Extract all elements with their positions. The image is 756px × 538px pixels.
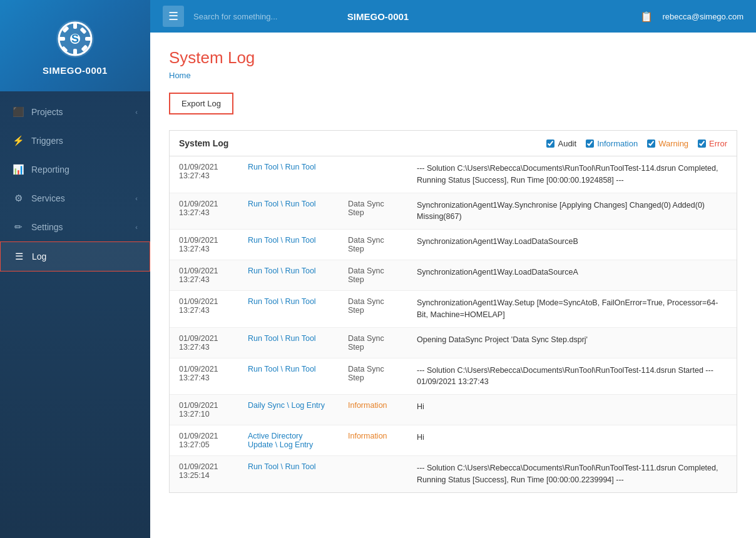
sidebar: S SIMEGO-0001 ⬛ Projects ‹ ⚡ Triggers 📊 …: [0, 0, 150, 538]
log-date: 01/09/202113:27:43: [170, 193, 238, 230]
system-log-panel: System Log Audit Information Warning Err…: [169, 130, 737, 493]
filter-error: Error: [698, 139, 727, 148]
svg-rect-6: [85, 37, 91, 41]
log-message: SynchronizationAgent1Way.Setup [Mode=Syn…: [407, 291, 737, 328]
filter-audit-checkbox[interactable]: [546, 140, 554, 148]
log-message: Opening DataSync Project 'Data Sync Step…: [407, 327, 737, 358]
log-message: --- Solution C:\Users\Rebecca\Documents\…: [407, 456, 737, 492]
services-icon: ⚙: [13, 193, 24, 204]
sidebar-item-projects[interactable]: ⬛ Projects ‹: [0, 98, 150, 126]
sidebar-item-reporting[interactable]: 📊 Reporting: [0, 155, 150, 184]
sidebar-item-services[interactable]: ⚙ Services ‹: [0, 184, 150, 213]
log-source[interactable]: Run Tool \ Run Tool: [238, 193, 339, 230]
content-area: System Log Home Export Log System Log Au…: [150, 33, 756, 538]
sidebar-item-label: Projects: [31, 107, 128, 117]
log-panel-header: System Log Audit Information Warning Err…: [170, 131, 737, 156]
log-date: 01/09/202113:27:43: [170, 156, 238, 193]
log-category: Data Sync Step: [339, 358, 407, 395]
log-category: Data Sync Step: [339, 230, 407, 260]
log-category: Data Sync Step: [339, 260, 407, 291]
svg-rect-3: [73, 23, 77, 29]
log-date: 01/09/202113:27:43: [170, 327, 238, 358]
log-panel-title: System Log: [179, 138, 537, 148]
log-table: 01/09/202113:27:43 Run Tool \ Run Tool -…: [170, 156, 737, 492]
table-row: 01/09/202113:27:43 Run Tool \ Run Tool D…: [170, 358, 737, 395]
log-source[interactable]: Run Tool \ Run Tool: [238, 456, 339, 492]
sidebar-item-label: Triggers: [31, 136, 138, 146]
table-row: 01/09/202113:27:43 Run Tool \ Run Tool D…: [170, 327, 737, 358]
log-icon: ☰: [13, 251, 24, 262]
log-message: Hi: [407, 395, 737, 425]
reporting-icon: 📊: [13, 164, 24, 175]
filter-error-label: Error: [709, 139, 727, 148]
sidebar-item-label: Reporting: [31, 165, 138, 175]
topbar-instance-title: SIMEGO-0001: [347, 11, 409, 22]
sidebar-nav: ⬛ Projects ‹ ⚡ Triggers 📊 Reporting ⚙ Se…: [0, 91, 150, 538]
log-date: 01/09/202113:27:43: [170, 358, 238, 395]
log-message: --- Solution C:\Users\Rebecca\Documents\…: [407, 156, 737, 193]
log-source[interactable]: Run Tool \ Run Tool: [238, 291, 339, 328]
sidebar-item-log[interactable]: ☰ Log: [0, 241, 150, 272]
topbar-menu-button[interactable]: ☰: [163, 6, 184, 27]
svg-text:S: S: [71, 33, 79, 45]
filter-information: Information: [586, 139, 638, 148]
filter-warning-checkbox[interactable]: [647, 140, 655, 148]
log-source[interactable]: Run Tool \ Run Tool: [238, 230, 339, 260]
table-row: 01/09/202113:27:43 Run Tool \ Run Tool D…: [170, 230, 737, 260]
log-message: SynchronizationAgent1Way.LoadDataSourceA: [407, 260, 737, 291]
sidebar-logo-title: SIMEGO-0001: [43, 65, 108, 76]
log-message: --- Solution C:\Users\Rebecca\Documents\…: [407, 358, 737, 395]
settings-icon: ✏: [13, 221, 24, 233]
filter-audit: Audit: [546, 139, 576, 148]
notes-icon[interactable]: 📋: [640, 11, 653, 23]
topbar: ☰ SIMEGO-0001 📋 rebecca@simego.com: [150, 0, 756, 33]
export-log-button[interactable]: Export Log: [169, 93, 233, 114]
log-date: 01/09/202113:27:10: [170, 395, 238, 425]
sidebar-item-triggers[interactable]: ⚡ Triggers: [0, 126, 150, 155]
sidebar-item-label: Log: [32, 251, 137, 261]
log-source[interactable]: Run Tool \ Run Tool: [238, 358, 339, 395]
log-date: 01/09/202113:27:43: [170, 230, 238, 260]
chevron-right-icon: ‹: [135, 108, 138, 116]
table-row: 01/09/202113:27:43 Run Tool \ Run Tool D…: [170, 291, 737, 328]
log-category: [339, 156, 407, 193]
table-row: 01/09/202113:27:10 Daily Sync \ Log Entr…: [170, 395, 737, 425]
chevron-right-icon: ‹: [135, 195, 138, 202]
log-category: Data Sync Step: [339, 327, 407, 358]
search-input[interactable]: [193, 12, 631, 21]
log-category: Information: [339, 395, 407, 425]
log-date: 01/09/202113:27:43: [170, 260, 238, 291]
sidebar-item-label: Settings: [31, 222, 128, 232]
table-row: 01/09/202113:27:43 Run Tool \ Run Tool D…: [170, 193, 737, 230]
log-category: Information: [339, 425, 407, 456]
triggers-icon: ⚡: [13, 135, 24, 146]
filter-audit-label: Audit: [558, 139, 576, 148]
table-row: 01/09/202113:25:14 Run Tool \ Run Tool -…: [170, 456, 737, 492]
log-source[interactable]: Run Tool \ Run Tool: [238, 327, 339, 358]
log-date: 01/09/202113:25:14: [170, 456, 238, 492]
log-message: Hi: [407, 425, 737, 456]
hamburger-icon: ☰: [168, 9, 178, 23]
sidebar-logo: S SIMEGO-0001: [0, 0, 150, 91]
user-email[interactable]: rebecca@simego.com: [662, 12, 743, 21]
filter-information-checkbox[interactable]: [586, 140, 594, 148]
svg-rect-5: [59, 37, 65, 41]
sidebar-item-label: Services: [31, 193, 128, 203]
simego-logo-icon: S: [55, 19, 95, 59]
log-date: 01/09/202113:27:43: [170, 291, 238, 328]
log-source[interactable]: Run Tool \ Run Tool: [238, 156, 339, 193]
breadcrumb[interactable]: Home: [169, 71, 737, 80]
log-category: Data Sync Step: [339, 193, 407, 230]
filter-error-checkbox[interactable]: [698, 140, 706, 148]
log-date: 01/09/202113:27:05: [170, 425, 238, 456]
main-area: ☰ SIMEGO-0001 📋 rebecca@simego.com Syste…: [150, 0, 756, 538]
log-source[interactable]: Run Tool \ Run Tool: [238, 260, 339, 291]
log-source[interactable]: Active Directory Update \ Log Entry: [238, 425, 339, 456]
log-message: SynchronizationAgent1Way.LoadDataSourceB: [407, 230, 737, 260]
table-row: 01/09/202113:27:43 Run Tool \ Run Tool -…: [170, 156, 737, 193]
log-category: [339, 456, 407, 492]
log-category: Data Sync Step: [339, 291, 407, 328]
log-source[interactable]: Daily Sync \ Log Entry: [238, 395, 339, 425]
sidebar-item-settings[interactable]: ✏ Settings ‹: [0, 213, 150, 241]
filter-warning: Warning: [647, 139, 688, 148]
